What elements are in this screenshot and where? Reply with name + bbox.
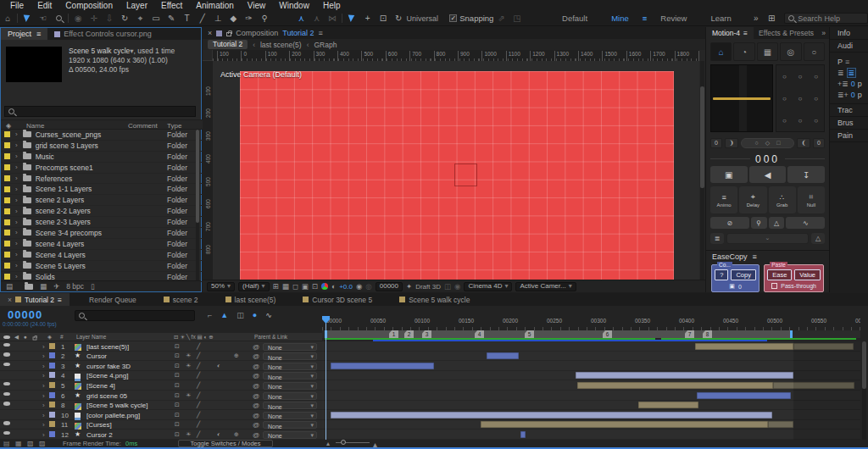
layer-expand-caret[interactable]: ›: [42, 382, 45, 390]
rotate-mode-icon[interactable]: ↻: [391, 11, 406, 25]
layer-duration-bar[interactable]: [481, 421, 768, 428]
work-area-end-handle[interactable]: [790, 330, 793, 338]
layer-expand-caret[interactable]: ›: [42, 392, 45, 400]
brush-tool[interactable]: ╱: [195, 11, 210, 25]
layer-label-chip[interactable]: [49, 392, 55, 398]
comment-mode-icon[interactable]: ○: [804, 42, 825, 61]
parent-pickwhip-icon[interactable]: @: [253, 392, 259, 400]
layer-row[interactable]: ›8[Scene 5 walk cycle]⊡╱@None▾: [0, 401, 322, 411]
menu-effect[interactable]: Effect: [154, 1, 189, 10]
current-time-display[interactable]: 00000: [8, 308, 42, 321]
menu-view[interactable]: View: [241, 1, 273, 10]
parent-dropdown[interactable]: None▾: [263, 431, 317, 439]
comp-marker[interactable]: 7: [685, 330, 694, 338]
layer-track[interactable]: [322, 380, 860, 391]
add-mode-icon[interactable]: +: [360, 11, 376, 25]
delete-item-icon[interactable]: ▯: [91, 282, 95, 291]
layer-visibility-eye[interactable]: [3, 363, 10, 367]
exposure-value[interactable]: +0.0: [339, 283, 353, 291]
layer-row[interactable]: ›4[Scene 4.png]⊡╱@None▾: [0, 371, 322, 381]
parent-pickwhip-icon[interactable]: @: [253, 421, 259, 429]
mask-visibility-icon[interactable]: ▦: [282, 282, 289, 291]
expand-caret-icon[interactable]: ›: [15, 262, 18, 269]
transparency-grid-icon[interactable]: ▣: [302, 282, 309, 291]
tool-animo[interactable]: ≡Animo: [710, 186, 737, 213]
comp-marker[interactable]: 1: [389, 330, 398, 338]
tool-delay[interactable]: ⌖Delay: [739, 186, 766, 213]
expand-caret-icon[interactable]: ›: [15, 164, 18, 171]
graph-editor-icon[interactable]: ∿: [265, 311, 272, 319]
vertical-ruler[interactable]: 100200300400500600700800: [203, 61, 213, 280]
draft-3d-toggle-icon[interactable]: ▲: [220, 311, 228, 319]
align-right-icon[interactable]: ≣: [847, 68, 857, 78]
tab-project[interactable]: Project ≡: [1, 28, 47, 40]
project-bpc-label[interactable]: 8 bpc: [66, 282, 84, 291]
wave-toggle-button[interactable]: ∿: [786, 217, 825, 229]
parent-pickwhip-icon[interactable]: @: [253, 343, 259, 351]
layer-expand-caret[interactable]: ›: [42, 363, 45, 370]
window-action-button[interactable]: ▣: [710, 166, 748, 183]
passthrough-checkbox[interactable]: [771, 283, 777, 289]
workspace-manager-icon[interactable]: ⊞: [764, 11, 779, 25]
viewport-pasteboard[interactable]: Active Camera (Default): [213, 61, 699, 280]
layer-duration-bar[interactable]: [695, 343, 793, 350]
clone-stamp-tool[interactable]: ⊥: [210, 11, 225, 25]
motion-blur-icon[interactable]: ●: [253, 311, 257, 319]
collapse-transformations-icon[interactable]: ☀: [186, 352, 191, 359]
left-value-field[interactable]: 0: [710, 138, 722, 148]
menu-composition[interactable]: Composition: [58, 1, 120, 10]
parent-dropdown[interactable]: None▾: [263, 372, 317, 380]
number-column-label[interactable]: #: [60, 334, 64, 340]
quality-switch-icon[interactable]: ⊡: [175, 412, 180, 419]
type-tool[interactable]: T: [179, 11, 194, 25]
selection-tool[interactable]: [19, 11, 35, 25]
parent-dropdown[interactable]: None▾: [263, 363, 317, 370]
selection-mode-icon[interactable]: [344, 11, 359, 25]
quality-slash-icon[interactable]: ╱: [197, 363, 200, 369]
anchor-action-button[interactable]: ↧: [787, 166, 825, 183]
zoom-in-mountain-icon[interactable]: ▴: [373, 440, 377, 449]
layer-expand-caret[interactable]: ›: [42, 412, 45, 419]
puppet-pin-tool[interactable]: ⚲: [257, 11, 272, 25]
layer-track[interactable]: [322, 371, 860, 381]
layer-expand-caret[interactable]: ›: [42, 343, 45, 351]
label-color-chip[interactable]: [4, 241, 10, 247]
rectangle-tool[interactable]: ▭: [148, 11, 164, 25]
comp-marker[interactable]: 3: [422, 330, 431, 338]
grid-mode-icon[interactable]: ▦: [757, 42, 778, 61]
quality-switch-icon[interactable]: ⊡: [175, 402, 180, 408]
hide-toggle-button[interactable]: ⊘: [710, 217, 749, 229]
panel-menu-icon[interactable]: ≡: [753, 252, 757, 261]
layer-duration-bar[interactable]: [576, 372, 793, 379]
parent-dropdown[interactable]: None▾: [263, 421, 317, 429]
snap-angle-icon[interactable]: ⇗: [493, 11, 509, 25]
quality-slash-icon[interactable]: ╱: [197, 382, 200, 389]
layer-row[interactable]: ›2★Cursor⊡☀╱⊕@None▾: [0, 352, 322, 362]
walk-toggle-button[interactable]: ⚲: [751, 217, 767, 229]
more-workspaces-chevron[interactable]: »: [748, 11, 764, 25]
layer-label-chip[interactable]: [49, 402, 55, 407]
layer-track[interactable]: [322, 341, 860, 352]
anchor-point-grid[interactable]: ○○○○○○○○○: [776, 64, 825, 132]
project-item[interactable]: ›Scene 1-1 LayersFolder: [1, 184, 203, 195]
project-item[interactable]: ›MusicFolder: [1, 152, 203, 163]
box-mode-icon[interactable]: ⊡: [376, 11, 391, 25]
comp-marker[interactable]: 8: [703, 330, 712, 338]
rotate-tool[interactable]: ↻: [117, 11, 132, 25]
expand-caret-icon[interactable]: ›: [15, 152, 18, 160]
expand-caret-icon[interactable]: ›: [15, 186, 18, 193]
comp-mini-icon[interactable]: ▤: [3, 440, 10, 447]
expand-caret-icon[interactable]: ›: [15, 273, 18, 280]
layer-track[interactable]: [322, 410, 860, 420]
eraser-tool[interactable]: ◆: [225, 11, 241, 25]
zoom-tool[interactable]: [51, 11, 66, 25]
panel-menu-icon[interactable]: ≡: [36, 30, 41, 38]
layer-label-chip[interactable]: [49, 421, 55, 427]
home-mode-icon[interactable]: ⌂: [710, 42, 732, 61]
preview-time-field[interactable]: 00000: [376, 282, 403, 291]
layer-row[interactable]: ›3★cursor fake 3D⊡☀╱◐@None▾: [0, 361, 322, 371]
quality-slash-icon[interactable]: ╱: [197, 402, 200, 408]
layer-name[interactable]: [last scene(5)]: [86, 343, 129, 351]
label-color-chip[interactable]: [4, 186, 10, 192]
comp-marker[interactable]: 2: [404, 330, 414, 338]
